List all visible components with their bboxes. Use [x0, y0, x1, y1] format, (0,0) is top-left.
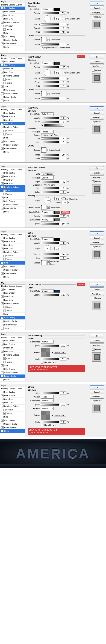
checkbox[interactable]: [1, 96, 3, 98]
style-inner-glow[interactable]: Inner Glow: [0, 350, 25, 353]
slider[interactable]: [41, 117, 59, 119]
style-stroke[interactable]: Stroke: [0, 430, 25, 433]
angle-dial[interactable]: [41, 245, 54, 252]
checkbox[interactable]: [1, 182, 3, 185]
style-satin[interactable]: Satin: [0, 415, 25, 419]
style-outer-glow[interactable]: Outer Glow: [0, 118, 25, 122]
number-input[interactable]: [60, 293, 66, 296]
style-satin[interactable]: Satin: [0, 364, 25, 368]
number-input[interactable]: [60, 222, 66, 225]
style-drop-shadow[interactable]: Drop Shadow: [0, 60, 25, 64]
dropdown[interactable]: Pillow Emboss: [41, 172, 55, 176]
style-texture[interactable]: Texture: [0, 28, 25, 31]
checkbox[interactable]: [1, 340, 3, 342]
checkbox[interactable]: [1, 200, 3, 202]
blending-options[interactable]: Blending Options: Custom: [0, 108, 25, 112]
slider[interactable]: [41, 12, 59, 14]
checkbox[interactable]: [1, 140, 3, 142]
style-inner-glow[interactable]: Inner Glow: [0, 247, 25, 250]
checkbox[interactable]: [1, 64, 3, 66]
dropdown[interactable]: Overlay: [41, 210, 54, 214]
blending-options[interactable]: Blending Options: Custom: [0, 336, 25, 339]
checkbox[interactable]: [1, 14, 3, 16]
style-inner-glow[interactable]: Inner Glow: [0, 182, 25, 186]
dropdown[interactable]: Normal: [41, 340, 54, 344]
style-inner-glow[interactable]: Inner Glow: [0, 298, 25, 302]
checkbox[interactable]: [92, 246, 95, 248]
checkbox[interactable]: [47, 263, 50, 265]
style-texture[interactable]: Texture: [0, 132, 25, 136]
slider[interactable]: [41, 78, 59, 80]
number-input[interactable]: [60, 26, 66, 30]
slider[interactable]: [41, 141, 59, 143]
number-input[interactable]: [60, 77, 66, 80]
style-contour[interactable]: Contour: [0, 189, 25, 192]
checkbox[interactable]: [1, 85, 3, 88]
checkbox[interactable]: [92, 348, 95, 350]
color-swatch[interactable]: [54, 62, 60, 65]
dropdown[interactable]: Color Dodge: [41, 112, 54, 116]
slider[interactable]: [41, 138, 59, 140]
checkbox[interactable]: [1, 89, 3, 91]
snap-button[interactable]: Snap to Origin: [54, 414, 66, 416]
style-contour[interactable]: Contour: [0, 78, 25, 81]
checkbox[interactable]: [41, 361, 43, 364]
checkbox[interactable]: [1, 7, 3, 10]
checkbox[interactable]: [1, 398, 3, 400]
cancel-button[interactable]: Cancel: [90, 111, 104, 115]
slider[interactable]: [41, 187, 59, 189]
style-inner-shadow[interactable]: Inner Shadow: [0, 291, 25, 295]
checkbox[interactable]: [1, 92, 3, 95]
style-pattern-overlay[interactable]: Pattern Overlay: [0, 207, 25, 210]
number-input[interactable]: [60, 120, 66, 123]
style-inner-glow[interactable]: Inner Glow: [0, 401, 25, 404]
checkbox[interactable]: [1, 405, 3, 408]
checkbox[interactable]: [1, 262, 3, 264]
checkbox[interactable]: [1, 75, 3, 77]
new-style-button[interactable]: New Style...: [90, 11, 104, 15]
angle-dial[interactable]: [41, 197, 54, 204]
dropdown[interactable]: Overlay: [41, 289, 54, 293]
checkbox[interactable]: [1, 372, 3, 374]
checkbox[interactable]: [1, 391, 3, 393]
slider[interactable]: [41, 215, 59, 217]
checkbox[interactable]: [92, 16, 95, 18]
slider[interactable]: [41, 158, 59, 160]
style-color-overlay[interactable]: Color Overlay: [0, 419, 25, 422]
style-color-overlay[interactable]: Color Overlay: [0, 316, 25, 320]
number-input[interactable]: [60, 157, 66, 160]
style-pattern-overlay[interactable]: Pattern Overlay: [0, 272, 25, 275]
style-drop-shadow[interactable]: Drop Shadow: [0, 288, 25, 291]
checkbox[interactable]: [1, 151, 3, 153]
style-drop-shadow[interactable]: Drop Shadow: [0, 171, 25, 175]
checkbox[interactable]: [92, 120, 95, 123]
slider[interactable]: [41, 253, 59, 255]
blending-options[interactable]: Blending Options: Custom: [0, 233, 25, 236]
style-pattern-overlay[interactable]: Pattern Overlay: [0, 42, 25, 46]
style-bevel-and-emboss[interactable]: Bevel and Emboss: [0, 404, 25, 408]
style-outer-glow[interactable]: Outer Glow: [0, 398, 25, 401]
style-texture[interactable]: Texture: [0, 360, 25, 364]
style-satin[interactable]: Satin: [0, 136, 25, 140]
style-pattern-overlay[interactable]: Pattern Overlay: [0, 374, 25, 378]
contour-picker[interactable]: [41, 91, 46, 96]
contour-picker[interactable]: [41, 147, 46, 153]
new-style-button[interactable]: New Style...: [90, 343, 104, 347]
checkbox[interactable]: [3, 28, 6, 31]
color-swatch[interactable]: [54, 8, 60, 11]
style-outer-glow[interactable]: Outer Glow: [0, 346, 25, 350]
pattern-picker[interactable]: [41, 410, 50, 420]
checkbox[interactable]: [1, 423, 3, 425]
gradient-picker[interactable]: [44, 124, 64, 126]
blending-options[interactable]: Blending Options: Custom: [0, 3, 25, 6]
number-input[interactable]: [60, 84, 66, 88]
number-input[interactable]: [60, 420, 66, 424]
number-input[interactable]: [60, 358, 66, 361]
checkbox[interactable]: [1, 46, 3, 48]
slider[interactable]: [41, 222, 59, 225]
slider[interactable]: [41, 23, 59, 26]
new-style-button[interactable]: New Style...: [90, 241, 104, 244]
checkbox[interactable]: [92, 180, 95, 183]
style-bevel-and-emboss[interactable]: Bevel and Emboss: [0, 302, 25, 306]
style-color-overlay[interactable]: Color Overlay: [0, 368, 25, 371]
